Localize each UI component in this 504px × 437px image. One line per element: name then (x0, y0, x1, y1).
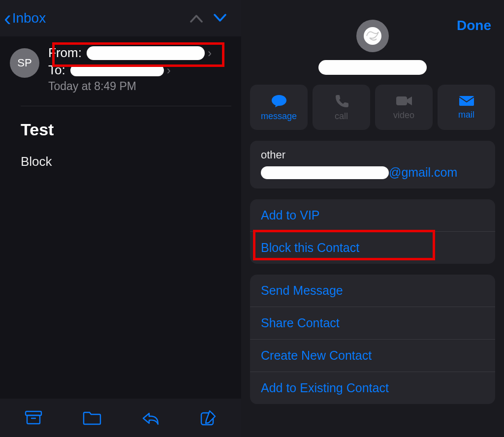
svg-rect-6 (459, 96, 474, 106)
create-new-contact-button[interactable]: Create New Contact (250, 339, 495, 372)
reply-button[interactable] (141, 410, 160, 425)
chevron-right-icon: › (167, 63, 171, 77)
block-contact-button[interactable]: Block this Contact (250, 231, 495, 264)
sender-avatar[interactable]: SP (10, 48, 39, 78)
redacted-recipient (70, 64, 164, 76)
svg-rect-1 (27, 415, 40, 424)
video-icon (395, 94, 413, 107)
to-row[interactable]: To: › (48, 62, 231, 78)
redacted-sender (87, 46, 205, 60)
call-action[interactable]: call (313, 85, 370, 130)
action-label: message (261, 111, 297, 122)
archive-button[interactable] (25, 410, 42, 425)
archive-icon (25, 410, 42, 425)
action-label: mail (458, 110, 474, 120)
from-row[interactable]: From: › (48, 45, 231, 61)
svg-point-4 (364, 27, 381, 45)
message-action[interactable]: message (250, 85, 308, 130)
action-label: call (335, 111, 348, 122)
contact-card-view: Done message call video (241, 0, 504, 437)
avatar-initials: SP (17, 57, 32, 69)
share-contact-button[interactable]: Share Contact (250, 307, 495, 339)
chevron-up-icon (190, 14, 203, 23)
chevron-left-icon: ‹ (4, 7, 11, 29)
svg-rect-0 (26, 411, 41, 415)
back-label: Inbox (12, 10, 46, 26)
chevron-down-icon (214, 14, 226, 23)
add-to-vip-button[interactable]: Add to VIP (250, 199, 495, 231)
action-label: video (393, 110, 414, 121)
email-suffix: @gmail.com (389, 165, 457, 180)
video-action[interactable]: video (375, 85, 433, 130)
mail-header: ‹ Inbox (0, 0, 241, 36)
compose-button[interactable] (200, 409, 217, 426)
phone-icon (334, 94, 349, 108)
email-row[interactable]: other @gmail.com (250, 141, 495, 188)
chevron-right-icon: › (208, 46, 212, 60)
move-button[interactable] (82, 410, 102, 425)
message-header: SP From: › To: › Today at 8:49 PM (0, 36, 241, 100)
contact-action-row: message call video mail (241, 85, 504, 130)
email-field-label: other (261, 149, 484, 161)
contact-actions-card: Send Message Share Contact Create New Co… (250, 275, 495, 404)
contact-name (241, 60, 504, 75)
message-icon (271, 94, 287, 108)
send-message-button[interactable]: Send Message (250, 275, 495, 307)
back-button[interactable]: ‹ Inbox (4, 7, 46, 29)
done-button[interactable]: Done (457, 18, 491, 33)
vip-block-card: Add to VIP Block this Contact (250, 199, 495, 264)
svg-rect-5 (396, 96, 407, 105)
scribble-icon (362, 25, 383, 47)
add-existing-contact-button[interactable]: Add to Existing Contact (250, 372, 495, 404)
mail-action[interactable]: mail (438, 85, 495, 130)
message-body: Block (21, 154, 231, 169)
mail-toolbar (0, 399, 241, 437)
contact-avatar[interactable] (356, 20, 389, 52)
from-label: From: (48, 45, 82, 61)
redacted-email-prefix (261, 166, 389, 179)
folder-icon (82, 410, 102, 425)
timestamp: Today at 8:49 PM (48, 80, 231, 93)
message-subject: Test (21, 120, 231, 139)
next-message-button[interactable] (214, 14, 237, 23)
mail-message-view: ‹ Inbox SP From: › To: (0, 0, 241, 437)
divider (21, 106, 231, 106)
mail-icon (458, 95, 475, 107)
redacted-contact-name (318, 60, 427, 75)
compose-icon (200, 409, 217, 426)
email-card: other @gmail.com (250, 141, 495, 188)
reply-icon (141, 410, 160, 425)
to-label: To: (48, 62, 65, 78)
prev-message-button[interactable] (190, 14, 214, 23)
